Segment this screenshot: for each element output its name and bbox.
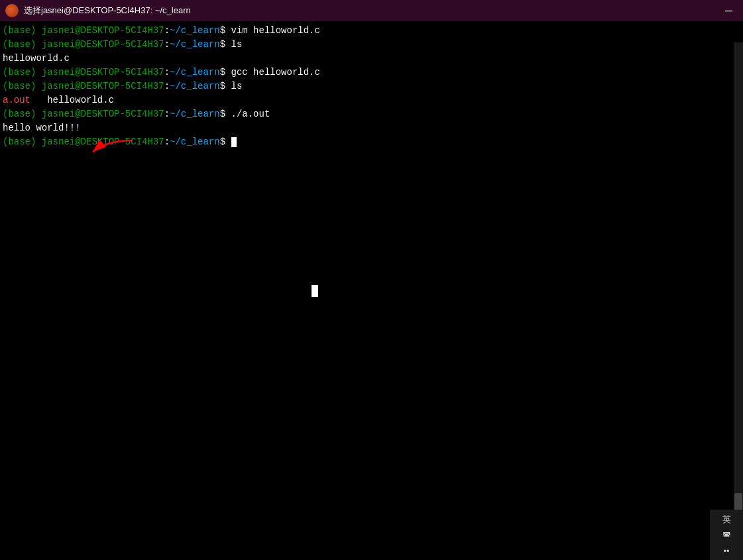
- window-title: 选择jasnei@DESKTOP-5CI4H37: ~/c_learn: [24, 5, 191, 17]
- moon-indicator: ◚: [722, 531, 731, 541]
- terminal-text: $: [220, 80, 231, 93]
- system-tray: 英 ◚ ••: [710, 510, 743, 560]
- terminal-text: hello world!!!: [3, 121, 81, 135]
- terminal-text: helloworld.c: [3, 52, 70, 66]
- terminal-text: $: [220, 66, 231, 80]
- terminal-line-line5: (base) jasnei@DESKTOP-5CI4H37:~/c_learn$…: [3, 80, 740, 93]
- terminal-cursor: [231, 137, 237, 147]
- terminal-text: ~/c_learn: [170, 80, 220, 93]
- terminal-text: :: [164, 107, 170, 121]
- terminal-text: (base): [3, 38, 42, 52]
- terminal-text: $: [220, 135, 231, 149]
- terminal-text: (base): [3, 80, 42, 93]
- terminal-text: helloworld.c: [30, 93, 114, 107]
- terminal-text: jasnei@DESKTOP-5CI4H37: [42, 80, 164, 93]
- minimize-button[interactable]: —: [720, 5, 738, 17]
- terminal-text: ~/c_learn: [170, 38, 220, 52]
- titlebar: 选择jasnei@DESKTOP-5CI4H37: ~/c_learn —: [0, 0, 743, 21]
- terminal-text: (base): [3, 135, 42, 149]
- terminal-text: jasnei@DESKTOP-5CI4H37: [42, 107, 164, 121]
- terminal-text: ~/c_learn: [170, 24, 220, 38]
- ime-indicator[interactable]: 英: [722, 514, 731, 526]
- terminal-text: :: [164, 66, 170, 80]
- terminal-output: (base) jasnei@DESKTOP-5CI4H37:~/c_learn$…: [3, 24, 740, 149]
- terminal-text: $: [220, 107, 231, 121]
- terminal-text: a.out: [3, 93, 30, 107]
- terminal-text: jasnei@DESKTOP-5CI4H37: [42, 135, 164, 149]
- ubuntu-icon: [5, 4, 19, 17]
- terminal-text: vim helloworld.c: [231, 24, 320, 38]
- terminal-text: ls: [231, 80, 243, 93]
- terminal-text: $: [220, 38, 231, 52]
- terminal-text: $: [220, 24, 231, 38]
- terminal-text: (base): [3, 24, 42, 38]
- terminal-area[interactable]: (base) jasnei@DESKTOP-5CI4H37:~/c_learn$…: [0, 21, 743, 560]
- terminal-text: :: [164, 38, 170, 52]
- terminal-text: jasnei@DESKTOP-5CI4H37: [42, 38, 164, 52]
- terminal-line-line8: hello world!!!: [3, 121, 740, 135]
- terminal-text: jasnei@DESKTOP-5CI4H37: [42, 24, 164, 38]
- terminal-line-line1: (base) jasnei@DESKTOP-5CI4H37:~/c_learn$…: [3, 24, 740, 38]
- terminal-text: ~/c_learn: [170, 107, 220, 121]
- terminal-text: :: [164, 80, 170, 93]
- terminal-text: (base): [3, 107, 42, 121]
- terminal-text: ./a.out: [231, 107, 270, 121]
- terminal-line-line3: helloworld.c: [3, 52, 740, 66]
- dots-indicator: ••: [723, 546, 729, 556]
- terminal-text: ~/c_learn: [170, 66, 220, 80]
- terminal-text: (base): [3, 66, 42, 80]
- scrollbar[interactable]: [734, 42, 743, 560]
- terminal-text: ~/c_learn: [170, 135, 220, 149]
- terminal-line-line4: (base) jasnei@DESKTOP-5CI4H37:~/c_learn$…: [3, 66, 740, 80]
- terminal-text: :: [164, 24, 170, 38]
- terminal-line-line9: (base) jasnei@DESKTOP-5CI4H37:~/c_learn$: [3, 135, 740, 149]
- terminal-cursor-center: [312, 285, 318, 297]
- terminal-text: ls: [231, 38, 243, 52]
- terminal-text: jasnei@DESKTOP-5CI4H37: [42, 66, 164, 80]
- terminal-text: [231, 135, 237, 149]
- terminal-line-line2: (base) jasnei@DESKTOP-5CI4H37:~/c_learn$…: [3, 38, 740, 52]
- terminal-text: gcc helloworld.c: [231, 66, 320, 80]
- terminal-text: :: [164, 135, 170, 149]
- terminal-line-line7: (base) jasnei@DESKTOP-5CI4H37:~/c_learn$…: [3, 107, 740, 121]
- terminal-line-line6: a.out helloworld.c: [3, 93, 740, 107]
